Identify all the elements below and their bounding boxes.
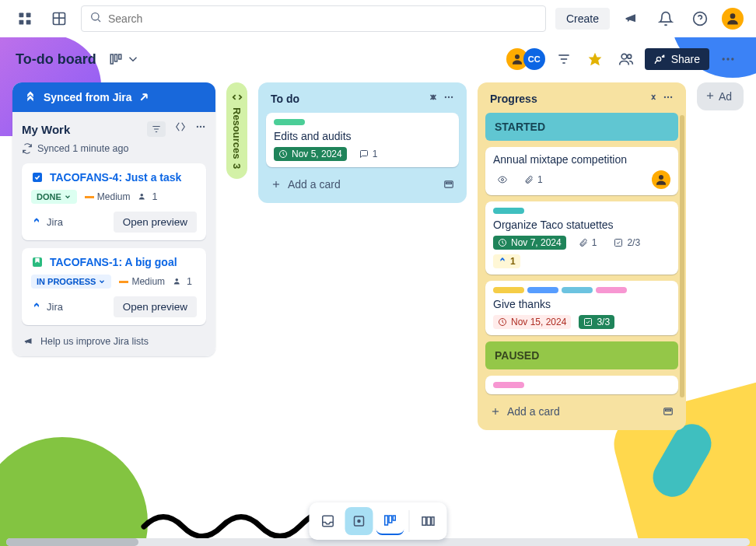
svg-point-7 [92, 13, 99, 20]
members-icon[interactable] [614, 47, 639, 72]
status-pill[interactable]: DONE [31, 190, 77, 204]
svg-point-46 [502, 179, 504, 181]
template-icon[interactable] [663, 406, 674, 417]
svg-point-22 [723, 58, 725, 60]
inbox-view-button[interactable] [314, 507, 342, 535]
boards-icon[interactable] [47, 6, 72, 31]
svg-point-28 [197, 126, 198, 128]
search-input[interactable] [108, 12, 537, 25]
board-title[interactable]: To-do board [16, 51, 96, 68]
collapse-icon[interactable] [647, 92, 658, 105]
jira-source-link[interactable]: Jira [31, 301, 63, 313]
svg-rect-42 [446, 183, 452, 184]
jira-count-badge: 1 [493, 254, 520, 268]
comments-badge: 1 [355, 147, 383, 161]
attachment-badge: 1 [574, 236, 602, 250]
checklist-badge: 3/3 [579, 315, 614, 329]
create-button[interactable]: Create [555, 8, 610, 30]
section-started[interactable]: STARTED [485, 113, 678, 141]
collapse-icon[interactable] [428, 92, 439, 105]
open-preview-button[interactable]: Open preview [114, 296, 197, 317]
add-list-button[interactable]: Ad [697, 82, 744, 110]
svg-point-20 [627, 54, 631, 58]
open-preview-button[interactable]: Open preview [114, 212, 197, 233]
jira-source-link[interactable]: Jira [31, 216, 63, 228]
user-avatar[interactable] [722, 8, 744, 30]
collapse-icon[interactable] [175, 121, 186, 137]
add-card-button[interactable]: Add a card [266, 173, 459, 195]
resources-pill[interactable]: Resources 3 [226, 82, 247, 179]
list-progress: Progress STARTED Annual mixtape competit… [478, 82, 686, 430]
card[interactable]: Give thanks Nov 15, 2024 3/3 [485, 281, 678, 335]
svg-rect-2 [19, 20, 24, 25]
svg-point-32 [141, 194, 144, 197]
card-label[interactable] [562, 287, 593, 293]
card[interactable]: Organize Taco statuettes Nov 7, 2024 1 2… [485, 201, 678, 275]
task-icon [31, 171, 44, 184]
svg-rect-49 [615, 240, 622, 247]
svg-point-36 [448, 96, 450, 98]
list-scrollbar[interactable] [680, 115, 684, 397]
svg-point-37 [451, 96, 453, 98]
card[interactable]: Annual mixtape competition 1 [485, 147, 678, 195]
apps-icon[interactable] [12, 6, 37, 31]
svg-rect-13 [118, 54, 121, 59]
svg-point-45 [670, 96, 672, 98]
svg-rect-0 [19, 13, 24, 18]
more-icon[interactable] [663, 92, 674, 105]
template-icon[interactable] [443, 179, 454, 190]
card[interactable] [485, 376, 678, 394]
list-title[interactable]: To do [271, 93, 299, 105]
date-badge: Nov 5, 2024 [274, 147, 347, 161]
svg-rect-3 [26, 20, 31, 25]
jira-card[interactable]: TACOFANS-4: Just a task DONE Medium 1 Ji… [22, 163, 206, 240]
view-switch[interactable] [104, 49, 145, 69]
filter-icon[interactable] [551, 47, 576, 72]
svg-point-19 [621, 54, 627, 59]
card-avatar[interactable] [652, 170, 670, 189]
watch-badge [493, 173, 512, 186]
svg-rect-55 [666, 410, 671, 411]
board-view-button[interactable] [376, 507, 404, 535]
share-button[interactable]: Share [645, 48, 709, 70]
more-icon[interactable] [443, 92, 454, 105]
card-label[interactable] [274, 119, 305, 125]
jira-card[interactable]: TACOFANS-1: A big goal IN PROGRESS Mediu… [22, 248, 206, 325]
add-card-button[interactable]: Add a card [485, 401, 678, 422]
megaphone-icon[interactable] [619, 6, 644, 31]
card[interactable]: Edits and audits Nov 5, 2024 1 [266, 113, 459, 167]
svg-point-29 [200, 126, 201, 128]
card-label[interactable] [493, 208, 524, 214]
svg-rect-62 [389, 516, 392, 523]
jira-list-header[interactable]: Synced from Jira [12, 82, 215, 112]
card-label[interactable] [527, 287, 558, 293]
board-header: To-do board CC Share [0, 37, 756, 81]
card-title: Organize Taco statuettes [493, 219, 670, 231]
svg-rect-58 [323, 516, 334, 527]
more-icon[interactable] [195, 121, 206, 137]
more-icon[interactable] [716, 47, 740, 72]
list-title[interactable]: Progress [490, 93, 537, 105]
jira-feedback[interactable]: Help us improve Jira lists [22, 333, 206, 347]
divider [409, 510, 410, 532]
scrollbar-thumb[interactable] [6, 538, 138, 546]
search-box[interactable] [81, 5, 546, 32]
date-badge: Nov 7, 2024 [493, 236, 566, 250]
svg-point-24 [731, 58, 733, 60]
notification-icon[interactable] [653, 6, 678, 31]
status-pill[interactable]: IN PROGRESS [31, 275, 111, 289]
assignee-badge: 1 [173, 276, 192, 287]
section-paused[interactable]: PAUSED [485, 341, 678, 369]
star-icon[interactable] [583, 47, 607, 72]
card-label[interactable] [493, 287, 524, 293]
filter-icon[interactable] [147, 121, 166, 137]
switch-boards-button[interactable] [415, 507, 443, 535]
card-label[interactable] [596, 287, 627, 293]
goal-icon [31, 256, 44, 268]
planner-view-button[interactable] [345, 507, 373, 535]
help-icon[interactable] [688, 6, 712, 31]
member-avatar[interactable]: CC [523, 48, 545, 70]
checklist-badge: 2/3 [609, 236, 645, 250]
svg-point-44 [667, 96, 669, 98]
card-label[interactable] [493, 382, 524, 388]
